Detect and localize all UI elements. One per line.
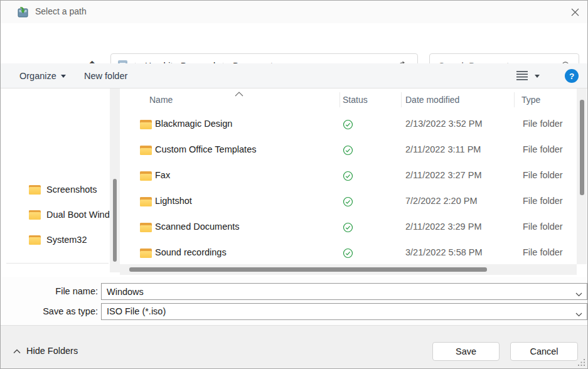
file-name-input[interactable] — [102, 284, 587, 299]
status-synced-icon — [343, 196, 353, 209]
column-header-name[interactable]: Name — [149, 90, 173, 109]
navigation-bar: ← → ↑ Harshit - Personal Documents — [1, 23, 587, 63]
sidebar-item-label: Dual Boot Wind — [46, 210, 110, 220]
status-synced-icon — [343, 171, 353, 183]
folder-icon — [140, 249, 152, 258]
save-as-type-label: Save as type: — [7, 306, 98, 316]
file-type: File folder — [523, 119, 563, 129]
column-header-type[interactable]: Type — [521, 90, 540, 109]
sidebar-tree: Screenshots Dual Boot Wind System32 — [1, 88, 120, 277]
chevron-up-icon — [13, 346, 21, 356]
sidebar-divider — [6, 263, 109, 264]
file-name: Blackmagic Design — [155, 119, 232, 129]
file-date: 2/11/2022 3:29 PM — [405, 222, 481, 232]
save-button[interactable]: Save — [432, 342, 500, 361]
file-date: 2/11/2022 3:27 PM — [405, 170, 481, 180]
column-separator[interactable] — [401, 92, 402, 107]
organize-label: Organize — [19, 71, 56, 81]
file-name: Lightshot — [155, 196, 192, 206]
save-as-type-value: ISO File (*.iso) — [107, 306, 166, 316]
file-name-label: File name: — [7, 286, 98, 296]
file-type: File folder — [523, 222, 563, 232]
file-date: 3/21/2022 5:58 PM — [405, 247, 483, 257]
new-folder-label: New folder — [84, 71, 127, 81]
file-name: Custom Office Templates — [155, 144, 256, 154]
sort-ascending-icon — [235, 88, 243, 99]
cancel-button[interactable]: Cancel — [510, 342, 578, 361]
file-list-horizontal-scrollbar[interactable] — [120, 264, 577, 275]
sidebar-item-screenshots[interactable]: Screenshots — [29, 181, 110, 198]
file-date: 2/13/2022 3:52 PM — [405, 119, 483, 129]
resize-grip[interactable] — [577, 358, 585, 368]
details-view-icon[interactable] — [516, 70, 528, 82]
sidebar-item-dual-boot[interactable]: Dual Boot Wind — [29, 206, 110, 223]
organize-dropdown-icon — [61, 75, 66, 78]
file-type: File folder — [523, 247, 563, 257]
status-synced-icon — [343, 248, 353, 260]
save-as-type-combobox[interactable]: ISO File (*.iso) — [101, 303, 587, 320]
folder-icon — [140, 197, 152, 206]
file-list-vertical-scrollbar[interactable] — [577, 88, 587, 264]
file-row-blackmagic-design[interactable]: Blackmagic Design 2/13/2022 3:52 PM File… — [120, 112, 576, 137]
file-row-fax[interactable]: Fax 2/11/2022 3:27 PM File folder — [120, 163, 576, 189]
folder-icon — [140, 120, 152, 129]
window-title: Select a path — [35, 6, 87, 16]
title-bar: Select a path — [1, 1, 587, 23]
organize-button[interactable]: Organize — [19, 63, 66, 88]
new-folder-button[interactable]: New folder — [84, 63, 127, 88]
hide-folders-button[interactable]: Hide Folders — [13, 346, 78, 356]
hide-folders-label: Hide Folders — [26, 346, 78, 356]
app-icon — [18, 6, 29, 18]
file-name-combobox — [101, 283, 587, 300]
file-row-sound-recordings[interactable]: Sound recordings 3/21/2022 5:58 PM File … — [120, 240, 576, 266]
sidebar-item-label: Screenshots — [46, 184, 97, 195]
folder-icon — [29, 210, 41, 220]
content-area: Screenshots Dual Boot Wind System32 — [1, 88, 587, 277]
close-icon[interactable] — [567, 5, 582, 19]
column-separator[interactable] — [339, 92, 340, 107]
sidebar-item-system32[interactable]: System32 — [29, 232, 110, 248]
file-date: 2/11/2022 3:11 PM — [405, 144, 481, 154]
folder-icon — [29, 235, 41, 245]
file-type: File folder — [523, 144, 563, 154]
column-separator[interactable] — [514, 92, 515, 107]
status-synced-icon — [343, 119, 353, 132]
file-row-lightshot[interactable]: Lightshot 7/2/2022 2:20 PM File folder — [120, 189, 576, 215]
file-type: File folder — [523, 196, 563, 206]
file-fields-section: File name: Save as type: ISO File (*.iso… — [1, 277, 587, 325]
file-name: Sound recordings — [155, 247, 227, 257]
status-synced-icon — [343, 222, 353, 235]
save-dialog-window: Select a path ← → ↑ Harshit - Personal D… — [0, 0, 588, 369]
chevron-down-icon[interactable] — [575, 309, 582, 319]
file-type: File folder — [523, 170, 563, 180]
folder-icon — [29, 185, 41, 195]
command-toolbar: Organize New folder ? — [1, 63, 587, 88]
column-header-status[interactable]: Status — [343, 90, 368, 109]
folder-icon — [140, 223, 152, 232]
vertical-scrollbar-thumb[interactable] — [580, 100, 584, 195]
status-synced-icon — [343, 145, 353, 158]
file-name: Scanned Documents — [155, 222, 240, 232]
sidebar-scrollbar-thumb[interactable] — [113, 179, 117, 262]
sidebar-scrollbar[interactable] — [110, 88, 120, 272]
view-dropdown-icon[interactable] — [535, 75, 540, 78]
horizontal-scrollbar-thumb[interactable] — [129, 267, 487, 272]
footer-bar: Hide Folders Save Cancel — [1, 325, 587, 369]
chevron-down-icon[interactable] — [575, 289, 582, 299]
sidebar-item-label: System32 — [46, 235, 87, 245]
file-name: Fax — [155, 170, 170, 180]
file-date: 7/2/2022 2:20 PM — [405, 196, 477, 206]
column-header-date-modified[interactable]: Date modified — [405, 90, 459, 109]
folder-icon — [140, 171, 152, 181]
help-button[interactable]: ? — [565, 69, 579, 83]
folder-icon — [140, 146, 152, 155]
file-row-scanned-documents[interactable]: Scanned Documents 2/11/2022 3:29 PM File… — [120, 215, 576, 240]
file-row-custom-office-templates[interactable]: Custom Office Templates 2/11/2022 3:11 P… — [120, 137, 576, 163]
file-list: Name Status Date modified Type Blackmagi… — [120, 88, 587, 277]
